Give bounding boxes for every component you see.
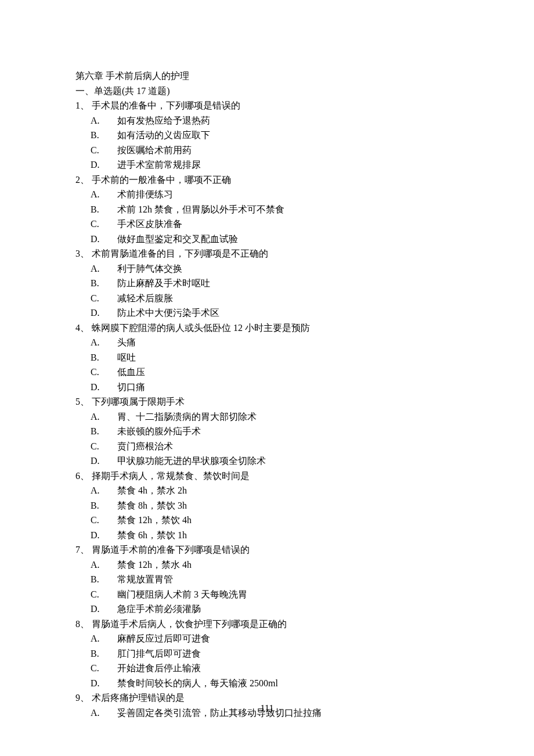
option-text: 做好血型鉴定和交叉配血试验 (117, 234, 238, 244)
option-row: C.低血压 (75, 365, 459, 380)
question-stem: 5、 下列哪项属于限期手术 (75, 394, 459, 409)
option-row: C.按医嘱给术前用药 (75, 143, 459, 158)
option-label: D. (91, 380, 117, 395)
option-text: 禁食 12h，禁饮 4h (117, 515, 192, 525)
option-text: 禁食 12h，禁水 4h (117, 560, 192, 570)
option-row: D.甲状腺功能无进的早状腺项全切除术 (75, 453, 459, 469)
option-text: 麻醉反应过后即可进食 (117, 633, 210, 643)
option-label: D. (91, 305, 117, 321)
option-label: D. (91, 232, 117, 247)
option-text: 利于肺气体交换 (117, 264, 182, 273)
question-number: 8、 (75, 619, 92, 629)
option-label: C. (91, 661, 117, 676)
option-row: B.防止麻醉及手术时呕吐 (75, 276, 459, 291)
option-label: C. (91, 439, 117, 454)
option-label: D. (91, 602, 117, 617)
option-text: 防止麻醉及手术时呕吐 (117, 278, 210, 288)
option-label: D. (91, 453, 117, 469)
question-text: 胃肠道手术后病人，饮食护理下列哪项是正确的 (92, 619, 287, 629)
option-row: C.禁食 12h，禁饮 4h (75, 513, 459, 528)
option-label: C. (91, 217, 117, 232)
question-stem: 6、 择期手术病人，常规禁食、禁饮时间是 (75, 469, 459, 484)
option-text: 如有活动的义齿应取下 (117, 130, 210, 140)
option-text: 术前排便练习 (117, 189, 173, 199)
option-label: C. (91, 143, 117, 158)
option-text: 开始进食后停止输液 (117, 663, 201, 673)
option-row: D.防止术中大便污染手术区 (75, 305, 459, 321)
option-row: A.头痛 (75, 335, 459, 350)
option-text: 减轻术后腹胀 (117, 293, 173, 303)
question-number: 3、 (75, 249, 92, 258)
option-label: B. (91, 276, 117, 291)
option-text: 进手术室前常规排尿 (117, 160, 201, 170)
question-number: 2、 (75, 175, 92, 185)
option-text: 常规放置胃管 (117, 574, 173, 584)
option-label: A. (91, 187, 117, 202)
option-row: A.禁食 4h，禁水 2h (75, 483, 459, 498)
option-row: D.做好血型鉴定和交叉配血试验 (75, 232, 459, 247)
option-row: C.减轻术后腹胀 (75, 291, 459, 306)
option-row: D.禁食时间较长的病人，每天输液 2500ml (75, 676, 459, 691)
section-heading: 一、单选题(共 17 道题) (75, 84, 459, 99)
option-text: 如有发热应给予退热药 (117, 116, 210, 125)
question-list: 1、 手术晨的准备中，下列哪项是错误的A.如有发热应给予退热药B.如有活动的义齿… (75, 98, 459, 720)
option-label: B. (91, 498, 117, 513)
option-row: C.贲门癌根治术 (75, 439, 459, 454)
option-row: B.呕吐 (75, 350, 459, 365)
question-number: 7、 (75, 545, 92, 555)
option-label: A. (91, 409, 117, 424)
option-text: 急症手术前必须灌肠 (117, 604, 201, 614)
option-label: B. (91, 646, 117, 661)
option-row: A.麻醉反应过后即可进食 (75, 631, 459, 646)
option-label: B. (91, 350, 117, 365)
option-label: B. (91, 424, 117, 439)
option-label: A. (91, 557, 117, 573)
option-label: B. (91, 128, 117, 143)
question-stem: 8、 胃肠道手术后病人，饮食护理下列哪项是正确的 (75, 617, 459, 632)
question-text: 蛛网膜下腔阻滞的病人或头低卧位 12 小时主要是预防 (92, 323, 310, 333)
question-text: 手术晨的准备中，下列哪项是错误的 (92, 100, 240, 110)
chapter-title: 第六章 手术前后病人的护理 (75, 69, 459, 84)
option-label: A. (91, 335, 117, 350)
option-label: B. (91, 572, 117, 587)
option-row: B.术前 12h 禁食，但胃肠以外手术可不禁食 (75, 202, 459, 217)
option-row: A.胃、十二指肠溃病的胃大部切除术 (75, 409, 459, 424)
question-text: 择期手术病人，常规禁食、禁饮时间是 (92, 471, 250, 481)
option-label: A. (91, 483, 117, 498)
option-row: A.如有发热应给予退热药 (75, 113, 459, 128)
option-text: 低血压 (117, 367, 145, 377)
option-row: D.禁食 6h，禁饮 1h (75, 528, 459, 543)
option-text: 防止术中大便污染手术区 (117, 308, 219, 318)
option-text: 贲门癌根治术 (117, 441, 173, 451)
option-label: D. (91, 676, 117, 691)
option-label: D. (91, 528, 117, 543)
option-row: B.禁食 8h，禁饮 3h (75, 498, 459, 513)
question-number: 5、 (75, 397, 92, 406)
option-text: 手术区皮肤准备 (117, 219, 182, 229)
option-text: 肛门排气后即可进食 (117, 649, 201, 658)
option-label: C. (91, 513, 117, 528)
option-text: 未嵌顿的腹外疝手术 (117, 426, 201, 436)
option-row: A.利于肺气体交换 (75, 261, 459, 276)
question-stem: 1、 手术晨的准备中，下列哪项是错误的 (75, 98, 459, 113)
option-row: C.开始进食后停止输液 (75, 661, 459, 676)
option-label: A. (91, 631, 117, 646)
question-stem: 7、 胃肠道手术前的准备下列哪项是错误的 (75, 542, 459, 557)
question-text: 胃肠道手术前的准备下列哪项是错误的 (92, 545, 250, 555)
option-text: 禁食时间较长的病人，每天输液 2500ml (117, 678, 278, 688)
option-text: 胃、十二指肠溃病的胃大部切除术 (117, 412, 257, 422)
option-row: A.术前排便练习 (75, 187, 459, 202)
option-row: D.进手术室前常规排尿 (75, 157, 459, 172)
option-label: D. (91, 157, 117, 172)
option-text: 甲状腺功能无进的早状腺项全切除术 (117, 456, 266, 466)
option-text: 禁食 6h，禁饮 1h (117, 530, 187, 540)
page-number: 111 (0, 701, 534, 716)
question-number: 4、 (75, 323, 92, 333)
option-label: A. (91, 113, 117, 128)
option-text: 禁食 4h，禁水 2h (117, 485, 187, 495)
option-label: A. (91, 261, 117, 276)
option-text: 术前 12h 禁食，但胃肠以外手术可不禁食 (117, 204, 284, 214)
question-stem: 3、 术前胃肠道准备的目，下列哪项是不正确的 (75, 246, 459, 261)
option-row: B.未嵌顿的腹外疝手术 (75, 424, 459, 439)
option-label: B. (91, 202, 117, 217)
